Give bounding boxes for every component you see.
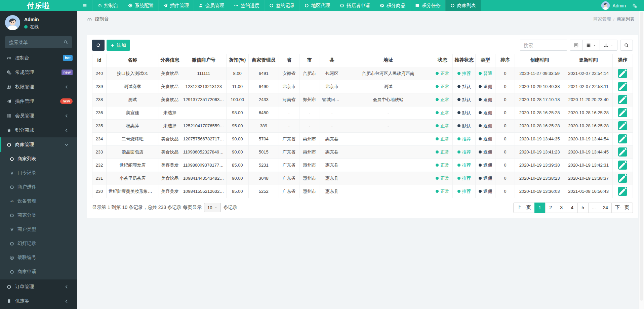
sidebar-item[interactable]: 商家管理 (0, 137, 77, 152)
submenu-item[interactable]: 口令记录 (0, 166, 77, 180)
submenu-item[interactable]: AD设备管理 (0, 194, 77, 208)
edit-button[interactable] (618, 69, 627, 78)
edit-button[interactable] (618, 174, 627, 183)
submenu-item[interactable]: 幻灯记录 (0, 236, 77, 251)
edit-button[interactable] (618, 187, 627, 196)
topnav-item[interactable]: 签约进度 (229, 0, 264, 11)
status-dot-icon (436, 190, 439, 193)
refresh-button[interactable] (92, 40, 105, 51)
column-header[interactable]: 县 (320, 54, 344, 67)
user-menu[interactable]: Admin (601, 1, 626, 10)
submenu-item[interactable]: 银联编号 (0, 251, 77, 265)
table-cell (344, 185, 432, 198)
edit-button[interactable] (618, 108, 627, 117)
page-button[interactable]: 下一页 (611, 203, 633, 213)
sidebar-item[interactable]: 权限管理 (0, 80, 77, 94)
column-header[interactable]: 省 (279, 54, 299, 67)
sidebar-toggle-button[interactable] (77, 0, 92, 11)
column-header[interactable]: Id (92, 54, 107, 67)
column-header[interactable]: 商家管理员 (248, 54, 279, 67)
submenu-item[interactable]: 商户进件 (0, 180, 77, 194)
export-view-button[interactable] (600, 40, 617, 51)
page-button[interactable]: ... (588, 203, 600, 213)
column-header[interactable]: 创建时间 (515, 54, 564, 67)
column-header[interactable]: 名称 (106, 54, 159, 67)
sidebar-item[interactable]: 优惠券 (0, 294, 77, 308)
search-button[interactable] (620, 40, 633, 51)
sidebar-menu: 控制台hot常规管理new权限管理插件管理new会员管理积分商城商家管理商家列表… (0, 51, 77, 308)
page-button[interactable]: 3 (556, 203, 567, 213)
scrollbar-thumb[interactable] (640, 12, 643, 301)
column-header[interactable]: 更新时间 (564, 54, 613, 67)
edit-button[interactable] (618, 82, 627, 91)
circle-o-icon (305, 3, 309, 8)
table-cell: 未选择 (159, 106, 181, 119)
sidebar-item[interactable]: 控制台hot (0, 51, 77, 65)
column-header[interactable]: 市 (299, 54, 320, 67)
sidebar-item[interactable]: 常规管理new (0, 65, 77, 80)
sidebar-search-input[interactable] (9, 40, 64, 45)
topnav-item[interactable]: 地区代理 (299, 0, 335, 11)
page-button[interactable]: 2 (545, 203, 556, 213)
page-button[interactable]: 4 (567, 203, 578, 213)
status-dot-icon (457, 111, 460, 114)
column-header[interactable]: 推荐状态 (453, 54, 476, 67)
topnav-item[interactable]: 签约记录 (264, 0, 299, 11)
add-button[interactable]: 添加 (107, 40, 130, 51)
column-header[interactable]: 分类信息 (159, 54, 181, 67)
status-badge: 推荐 (457, 175, 471, 181)
page-button[interactable]: 上一页 (513, 203, 535, 213)
topnav-item[interactable]: 积分商品 (375, 0, 410, 11)
sidebar-item[interactable]: 订单管理 (0, 279, 77, 294)
breadcrumb-parent[interactable]: 商家管理 (593, 16, 611, 22)
th-view-button[interactable] (582, 40, 600, 51)
topnav-item[interactable]: 会员管理 (194, 0, 229, 11)
column-header[interactable]: 微信商户号 (181, 54, 226, 67)
submenu-item[interactable]: 商家分类 (0, 208, 77, 222)
topnav-item[interactable]: 控制台 (92, 0, 123, 11)
topnav-item[interactable]: 拓店者申请 (335, 0, 375, 11)
table-cell: 240 (92, 67, 107, 80)
breadcrumb-left[interactable]: 控制台 (87, 16, 109, 22)
detail-view-button[interactable] (570, 40, 582, 51)
edit-button[interactable] (618, 147, 627, 157)
status-badge: 正常 (436, 188, 449, 194)
edit-button[interactable] (618, 121, 627, 130)
sidebar-item[interactable]: 插件管理new (0, 94, 77, 108)
submenu-item[interactable]: 商家列表 (0, 152, 77, 166)
p-circle-icon (380, 3, 384, 8)
submenu-item[interactable]: 商家申请 (0, 265, 77, 279)
sidebar-item[interactable]: 积分商城 (0, 123, 77, 137)
status-dot-icon (457, 85, 460, 88)
column-header[interactable]: 类型 (476, 54, 495, 67)
cogs-icon (6, 70, 12, 75)
submenu-item[interactable]: 商户类型 (0, 222, 77, 236)
status-badge: 默认 (457, 84, 471, 90)
page-size-select[interactable]: 10 (204, 203, 221, 212)
sidebar-item[interactable]: 会员管理 (0, 108, 77, 123)
edit-button[interactable] (618, 134, 627, 143)
topnav-item[interactable]: 插件管理 (158, 0, 194, 11)
topnav-item[interactable]: 商家列表 (445, 0, 481, 11)
tachometer-icon (6, 56, 12, 60)
column-header[interactable]: 状态 (432, 54, 453, 67)
edit-button[interactable] (618, 95, 627, 104)
status-badge: 正常 (436, 123, 449, 129)
page-button[interactable]: 24 (599, 203, 612, 213)
column-header[interactable]: 操作 (613, 54, 633, 67)
status-dot-icon (479, 137, 482, 140)
search-icon (64, 40, 68, 44)
scrollbar[interactable] (639, 11, 644, 309)
edit-button[interactable] (618, 161, 627, 170)
table-search-input[interactable] (520, 40, 567, 51)
brand-logo[interactable]: 付乐啦 (0, 0, 77, 11)
status-dot-icon (436, 177, 439, 180)
topnav-item[interactable]: 积分任务 (410, 0, 445, 11)
page-button[interactable]: 1 (534, 203, 546, 213)
topnav-item[interactable]: 系统配置 (123, 0, 158, 11)
column-header[interactable]: 折扣(%) (226, 54, 248, 67)
settings-button[interactable] (629, 3, 641, 8)
page-button[interactable]: 5 (577, 203, 589, 213)
column-header[interactable]: 排序 (495, 54, 515, 67)
column-header[interactable]: 地址 (344, 54, 432, 67)
